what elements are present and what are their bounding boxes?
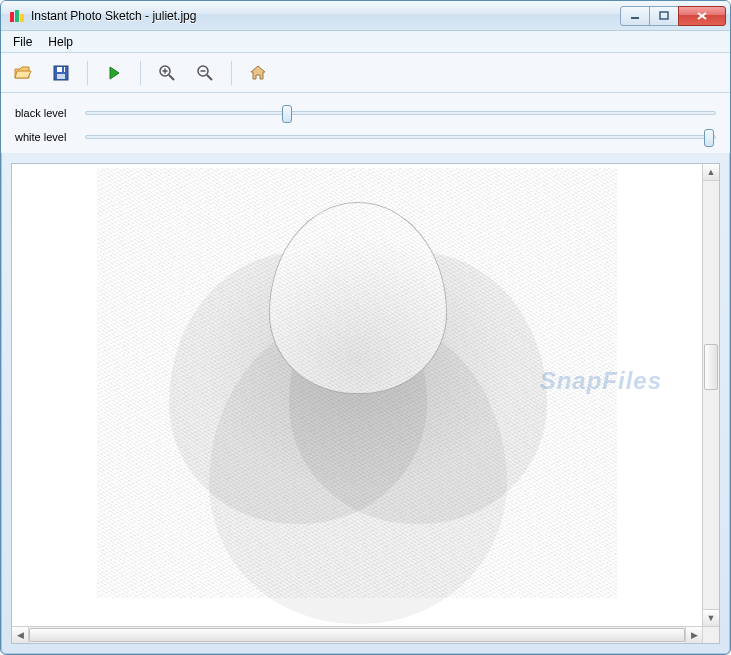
scroll-right-button[interactable]: ▶	[685, 627, 702, 643]
play-icon	[106, 65, 122, 81]
window-controls	[621, 6, 726, 26]
zoom-in-icon	[158, 64, 176, 82]
white-level-row: white level	[15, 125, 716, 149]
vertical-scroll-track[interactable]	[703, 181, 719, 609]
white-level-label: white level	[15, 131, 75, 143]
horizontal-scrollbar[interactable]: ◀ ▶	[12, 626, 719, 643]
toolbar-separator	[140, 61, 141, 85]
save-button[interactable]	[47, 59, 75, 87]
zoom-in-button[interactable]	[153, 59, 181, 87]
svg-rect-9	[57, 74, 65, 79]
app-icon	[9, 8, 25, 24]
app-window: Instant Photo Sketch - juliet.jpg File H…	[0, 0, 731, 655]
scroll-up-button[interactable]: ▲	[703, 164, 719, 181]
black-level-slider[interactable]	[85, 111, 716, 115]
horizontal-scroll-thumb[interactable]	[29, 628, 685, 642]
svg-line-17	[207, 75, 212, 80]
minimize-button[interactable]	[620, 6, 650, 26]
maximize-button[interactable]	[649, 6, 679, 26]
run-button[interactable]	[100, 59, 128, 87]
menu-file[interactable]: File	[5, 33, 40, 51]
scroll-left-button[interactable]: ◀	[12, 627, 29, 643]
home-icon	[249, 64, 267, 82]
toolbar	[1, 53, 730, 93]
svg-line-13	[169, 75, 174, 80]
home-button[interactable]	[244, 59, 272, 87]
open-button[interactable]	[9, 59, 37, 87]
svg-rect-2	[20, 14, 24, 22]
vertical-scroll-thumb[interactable]	[704, 344, 718, 390]
black-level-row: black level	[15, 101, 716, 125]
window-title: Instant Photo Sketch - juliet.jpg	[31, 9, 621, 23]
toolbar-separator	[231, 61, 232, 85]
menu-help[interactable]: Help	[40, 33, 81, 51]
svg-marker-11	[110, 67, 119, 79]
svg-rect-10	[62, 67, 64, 72]
slider-panel: black level white level	[1, 93, 730, 153]
image-viewport[interactable]: SnapFiles	[12, 164, 702, 626]
close-button[interactable]	[678, 6, 726, 26]
svg-rect-1	[15, 10, 19, 22]
folder-open-icon	[13, 63, 33, 83]
horizontal-scroll-track[interactable]	[29, 627, 685, 643]
svg-rect-0	[10, 12, 14, 22]
scroll-down-button[interactable]: ▼	[703, 609, 719, 626]
svg-marker-19	[251, 66, 265, 79]
sketch-image	[97, 168, 617, 598]
vertical-scrollbar[interactable]: ▲ ▼	[702, 164, 719, 626]
toolbar-separator	[87, 61, 88, 85]
titlebar[interactable]: Instant Photo Sketch - juliet.jpg	[1, 1, 730, 31]
scroll-corner	[702, 627, 719, 643]
svg-rect-4	[660, 12, 668, 19]
white-level-thumb[interactable]	[704, 129, 714, 147]
zoom-out-icon	[196, 64, 214, 82]
floppy-save-icon	[52, 64, 70, 82]
zoom-out-button[interactable]	[191, 59, 219, 87]
black-level-thumb[interactable]	[282, 105, 292, 123]
black-level-label: black level	[15, 107, 75, 119]
white-level-slider[interactable]	[85, 135, 716, 139]
canvas-area: SnapFiles ▲ ▼ ◀ ▶	[11, 163, 720, 644]
menubar: File Help	[1, 31, 730, 53]
